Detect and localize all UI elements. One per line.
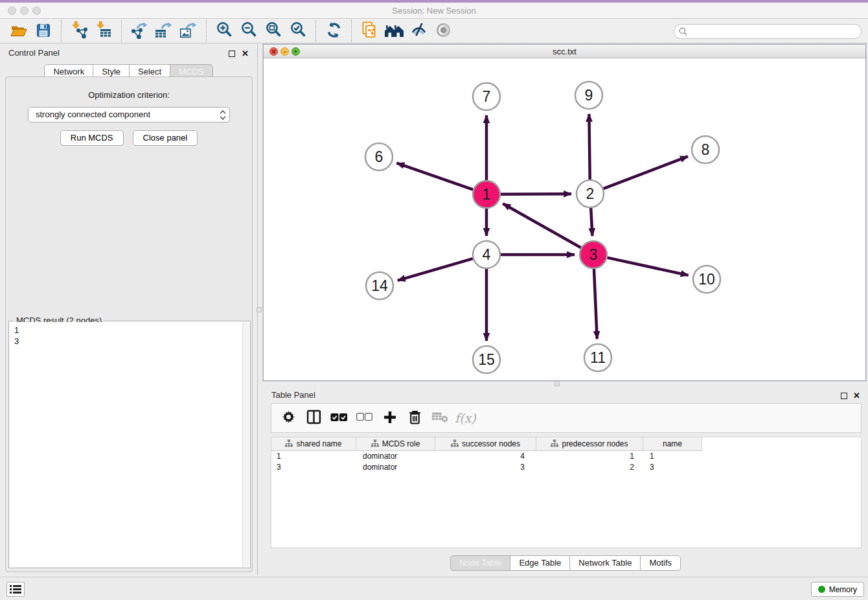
tab-edge-table[interactable]: Edge Table <box>510 555 570 571</box>
graph-node-label: 3 <box>589 246 598 263</box>
settings-gear-icon <box>282 410 295 426</box>
graph-node-label: 15 <box>478 351 495 368</box>
save-session-icon <box>36 23 51 40</box>
close-panel-icon[interactable]: ✕ <box>242 49 249 58</box>
first-neighbors-button[interactable] <box>382 21 406 41</box>
refresh-view-button[interactable] <box>321 21 346 41</box>
edge-1-6[interactable] <box>396 163 473 190</box>
open-file-icon <box>10 23 28 40</box>
column-sort-icon <box>451 439 459 449</box>
graph-node-label: 6 <box>375 148 383 165</box>
task-history-button[interactable] <box>6 582 25 597</box>
criterion-select[interactable]: strongly connected component <box>28 107 230 122</box>
graph-node-label: 10 <box>698 271 715 288</box>
float-panel-icon[interactable] <box>229 51 235 57</box>
select-stepper-icon <box>220 110 226 125</box>
table-cell[interactable]: 1 <box>536 451 643 462</box>
zoom-fit-button[interactable] <box>261 21 286 41</box>
column-header-successor-nodes[interactable]: successor nodes <box>435 437 536 451</box>
criterion-value: strongly connected component <box>36 110 150 119</box>
zoom-out-button[interactable] <box>236 21 261 41</box>
graph-node-label: 14 <box>371 277 388 294</box>
column-header-name[interactable]: name <box>643 437 702 451</box>
table-cell[interactable]: 3 <box>435 462 536 473</box>
delete-table-button <box>428 406 452 430</box>
vertical-splitter-grip[interactable] <box>257 307 262 312</box>
column-header-MCDS-role[interactable]: MCDS role <box>356 437 435 451</box>
column-header-shared-name[interactable]: shared name <box>271 437 356 451</box>
search-box[interactable] <box>674 24 862 39</box>
import-network-button[interactable] <box>67 21 91 41</box>
edge-2-3[interactable] <box>591 208 592 236</box>
table-cell[interactable]: dominator <box>356 462 435 473</box>
tab-node-table[interactable]: Node Table <box>450 555 511 571</box>
edge-2-8[interactable] <box>604 156 688 189</box>
unselect-all-columns-icon <box>356 413 372 423</box>
refresh-view-icon <box>325 21 343 41</box>
table-cell[interactable]: 3 <box>271 462 356 473</box>
table-row[interactable]: 3dominator323 <box>271 462 861 473</box>
save-session-button[interactable] <box>31 21 56 41</box>
toolbar-separator <box>315 20 316 42</box>
export-image-icon <box>179 21 198 41</box>
zoom-selected-button[interactable] <box>286 21 310 41</box>
hide-graphics-details-icon <box>435 21 452 41</box>
unselect-all-columns-button[interactable] <box>352 406 376 430</box>
export-table-button[interactable] <box>152 21 176 41</box>
float-table-panel-icon[interactable] <box>841 393 847 399</box>
graph-node-label: 4 <box>483 246 491 263</box>
import-table-button[interactable] <box>91 21 116 41</box>
zoom-out-icon <box>240 21 258 41</box>
show-columns-button[interactable] <box>302 406 326 430</box>
table-cell[interactable]: 1 <box>643 451 702 462</box>
select-all-columns-button[interactable] <box>327 406 351 430</box>
mcds-result-area[interactable]: 13 <box>10 322 249 567</box>
toolbar-separator <box>121 20 122 42</box>
delete-table-icon <box>432 411 448 424</box>
edge-3-1[interactable] <box>503 203 581 248</box>
close-table-panel-icon[interactable]: ✕ <box>853 391 860 400</box>
table-cell[interactable]: 1 <box>271 451 356 462</box>
memory-button[interactable]: Memory <box>811 582 864 597</box>
table-cell[interactable]: 2 <box>536 462 643 473</box>
column-header-label: MCDS role <box>382 439 420 448</box>
result-scrollbar[interactable] <box>242 322 249 567</box>
network-window-titlebar[interactable]: ✕ − + scc.txt <box>264 45 865 58</box>
search-input[interactable] <box>691 27 852 36</box>
add-column-button[interactable] <box>378 406 402 430</box>
table-cell[interactable]: dominator <box>356 451 435 462</box>
tab-network-table[interactable]: Network Table <box>569 555 641 571</box>
horizontal-splitter-grip[interactable] <box>554 381 560 386</box>
network-canvas[interactable]: 7968124314101511 <box>264 59 865 380</box>
edge-1-2[interactable] <box>501 194 571 194</box>
open-file-button[interactable] <box>6 21 31 41</box>
close-panel-button[interactable]: Close panel <box>133 130 198 146</box>
export-network-button[interactable] <box>127 21 152 41</box>
run-mcds-button[interactable]: Run MCDS <box>60 130 124 146</box>
delete-columns-button[interactable] <box>403 406 427 430</box>
first-neighbors-icon <box>384 23 404 40</box>
export-image-button[interactable] <box>176 21 201 41</box>
main-toolbar <box>0 19 868 43</box>
edge-2-9[interactable] <box>589 114 589 179</box>
table-cell[interactable]: 4 <box>435 451 536 462</box>
table-row[interactable]: 1dominator411 <box>271 451 861 462</box>
function-builder-button: f(x) <box>453 406 477 430</box>
tab-motifs[interactable]: Motifs <box>640 555 681 571</box>
column-header-predecessor-nodes[interactable]: predecessor nodes <box>536 437 643 451</box>
show-graphics-details-button[interactable] <box>406 21 431 41</box>
edge-3-10[interactable] <box>607 258 688 275</box>
edge-4-14[interactable] <box>398 259 473 281</box>
clone-network-icon <box>361 21 378 41</box>
table-cell[interactable]: 3 <box>643 462 702 473</box>
edge-3-11[interactable] <box>594 269 597 339</box>
column-header-label: predecessor nodes <box>562 439 628 448</box>
network-window-title: scc.txt <box>264 45 865 58</box>
mcds-panel: Optimization criterion: strongly connect… <box>5 76 253 572</box>
zoom-in-button[interactable] <box>212 21 236 41</box>
clone-network-button[interactable] <box>357 21 382 41</box>
settings-gear-button[interactable] <box>277 406 301 430</box>
control-panel-title: Control Panel <box>8 48 60 58</box>
graph-node-label: 2 <box>586 185 595 202</box>
network-graph[interactable]: 7968124314101511 <box>264 59 865 381</box>
